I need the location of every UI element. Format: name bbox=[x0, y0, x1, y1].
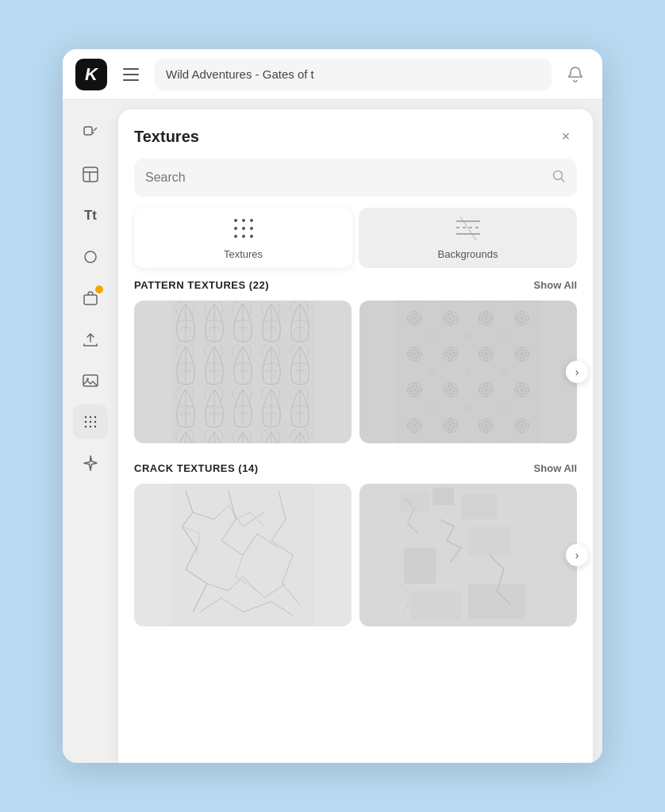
sidebar-item-texture[interactable] bbox=[73, 404, 108, 439]
svg-rect-46 bbox=[432, 488, 454, 506]
backgrounds-tab-label: Backgrounds bbox=[438, 248, 498, 260]
crack-textures-next-button[interactable]: › bbox=[566, 544, 588, 566]
crack-show-all-button[interactable]: Show All bbox=[534, 462, 577, 474]
search-icon bbox=[552, 169, 566, 187]
svg-rect-42 bbox=[397, 301, 540, 443]
svg-point-24 bbox=[242, 227, 245, 230]
notification-icon bbox=[567, 66, 584, 83]
damask-pattern bbox=[359, 301, 577, 443]
svg-point-27 bbox=[242, 235, 245, 238]
svg-rect-49 bbox=[404, 548, 436, 584]
textures-tab-label: Textures bbox=[224, 248, 263, 260]
logo-letter: K bbox=[85, 64, 98, 85]
texture-icon bbox=[82, 413, 99, 431]
sidebar-item-shapes[interactable] bbox=[73, 239, 108, 274]
layout-icon bbox=[82, 166, 99, 183]
leaf-texture-card[interactable] bbox=[134, 301, 352, 443]
crack-pattern-2 bbox=[359, 484, 577, 626]
svg-point-17 bbox=[94, 426, 96, 427]
svg-point-5 bbox=[85, 251, 96, 262]
svg-rect-34 bbox=[171, 301, 314, 443]
text-icon: Tt bbox=[84, 208, 97, 224]
notification-button[interactable] bbox=[561, 60, 590, 89]
svg-rect-47 bbox=[461, 495, 497, 520]
tab-textures[interactable]: Textures bbox=[134, 208, 352, 268]
shapes-icon bbox=[82, 248, 99, 266]
svg-point-18 bbox=[554, 170, 563, 179]
logo-button[interactable]: K bbox=[75, 59, 107, 90]
pattern-textures-section: PATTERN TEXTURES (22) Show All bbox=[134, 279, 577, 443]
svg-point-11 bbox=[94, 416, 96, 418]
edit-icon bbox=[82, 124, 99, 142]
svg-point-25 bbox=[250, 227, 253, 230]
panel: Textures × bbox=[118, 109, 593, 763]
sidebar-item-text[interactable]: Tt bbox=[73, 198, 108, 233]
svg-rect-6 bbox=[84, 295, 97, 304]
menu-button[interactable] bbox=[117, 60, 145, 89]
svg-point-26 bbox=[234, 235, 237, 238]
pattern-textures-title: PATTERN TEXTURES (22) bbox=[134, 279, 269, 291]
svg-rect-50 bbox=[411, 591, 461, 619]
svg-point-9 bbox=[85, 416, 86, 418]
svg-point-10 bbox=[90, 416, 91, 418]
tabs-container: Textures Backgrounds bbox=[118, 208, 593, 279]
svg-rect-51 bbox=[468, 584, 525, 619]
svg-rect-0 bbox=[84, 127, 92, 135]
sparkle-icon bbox=[82, 454, 99, 472]
crack-textures-title: CRACK TEXTURES (14) bbox=[134, 462, 259, 474]
svg-rect-48 bbox=[468, 527, 511, 555]
svg-point-12 bbox=[85, 421, 86, 423]
crack-textures-row: › bbox=[134, 484, 577, 626]
top-bar: K Wild Adventures - Gates of t bbox=[63, 49, 602, 100]
section-header: PATTERN TEXTURES (22) Show All bbox=[134, 279, 577, 291]
svg-point-13 bbox=[90, 421, 91, 423]
pattern-show-all-button[interactable]: Show All bbox=[534, 279, 577, 291]
svg-point-28 bbox=[250, 235, 253, 238]
app-window: K Wild Adventures - Gates of t bbox=[63, 49, 602, 763]
svg-point-20 bbox=[234, 219, 237, 222]
crack-pattern-1 bbox=[134, 484, 352, 626]
search-container bbox=[118, 159, 593, 208]
close-button[interactable]: × bbox=[555, 125, 577, 147]
document-title: Wild Adventures - Gates of t bbox=[155, 59, 552, 90]
crack-texture-card-2[interactable] bbox=[359, 484, 577, 626]
search-input[interactable] bbox=[145, 170, 544, 185]
sidebar-item-layout[interactable] bbox=[73, 157, 108, 192]
svg-point-16 bbox=[90, 426, 91, 427]
backgrounds-tab-icon bbox=[456, 216, 480, 243]
svg-point-23 bbox=[234, 227, 237, 230]
svg-rect-2 bbox=[83, 167, 98, 182]
bag-badge bbox=[94, 284, 105, 295]
sidebar-item-bag[interactable] bbox=[73, 281, 108, 316]
crack-textures-section: CRACK TEXTURES (14) Show All bbox=[134, 462, 577, 626]
panel-title: Textures bbox=[134, 128, 199, 146]
textures-tab-icon bbox=[232, 216, 256, 243]
tab-backgrounds[interactable]: Backgrounds bbox=[359, 208, 577, 268]
svg-point-8 bbox=[86, 378, 89, 381]
sidebar-item-upload[interactable] bbox=[73, 322, 108, 357]
panel-content[interactable]: PATTERN TEXTURES (22) Show All bbox=[118, 279, 593, 763]
image-icon bbox=[82, 372, 99, 389]
svg-point-14 bbox=[94, 421, 96, 423]
main-area: Tt bbox=[63, 100, 602, 763]
svg-point-15 bbox=[85, 426, 86, 427]
sidebar-item-edit[interactable] bbox=[73, 116, 108, 151]
damask-texture-card[interactable] bbox=[359, 301, 577, 443]
panel-header: Textures × bbox=[118, 109, 593, 159]
sidebar-item-image[interactable] bbox=[73, 363, 108, 398]
leaf-pattern bbox=[134, 301, 352, 443]
svg-rect-45 bbox=[401, 491, 429, 512]
pattern-textures-next-button[interactable]: › bbox=[566, 361, 588, 383]
sidebar-item-ai[interactable] bbox=[73, 446, 108, 481]
svg-line-19 bbox=[562, 178, 565, 182]
upload-icon bbox=[82, 331, 99, 348]
svg-point-22 bbox=[250, 219, 253, 222]
crack-texture-card-1[interactable] bbox=[134, 484, 352, 626]
sidebar: Tt bbox=[63, 100, 118, 763]
crack-section-header: CRACK TEXTURES (14) Show All bbox=[134, 462, 577, 474]
svg-line-1 bbox=[94, 128, 97, 131]
pattern-textures-row: › bbox=[134, 301, 577, 443]
svg-point-21 bbox=[242, 219, 245, 222]
search-box bbox=[134, 159, 577, 197]
